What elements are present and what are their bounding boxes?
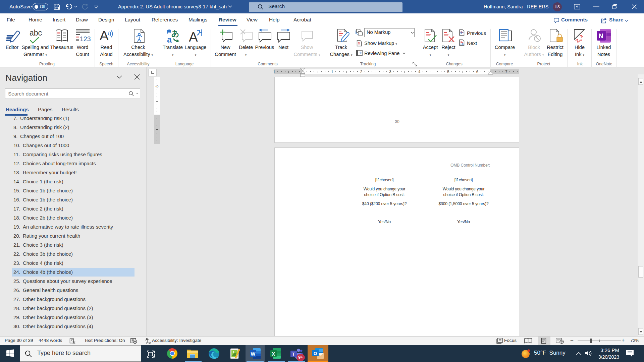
svg-text:A: A: [189, 29, 198, 43]
svg-text:N: N: [599, 32, 603, 40]
svg-text:123: 123: [80, 35, 91, 43]
svg-text:O: O: [314, 351, 317, 356]
svg-text:a: a: [167, 35, 172, 43]
svg-text:あ: あ: [171, 29, 179, 38]
svg-text:X: X: [272, 351, 275, 357]
svg-text:T: T: [292, 352, 295, 357]
svg-text:W: W: [251, 351, 256, 357]
svg-text:A: A: [100, 29, 109, 43]
